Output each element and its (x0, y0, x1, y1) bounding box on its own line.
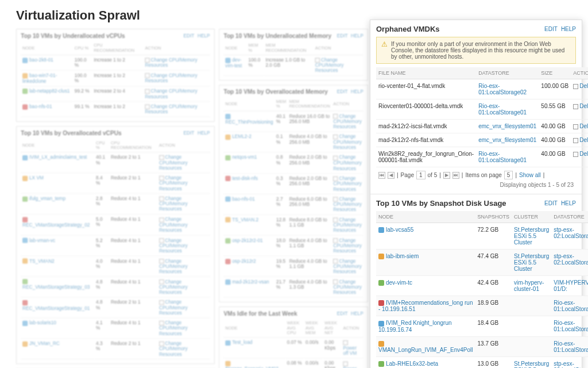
cluster-link[interactable]: St.Petersburg ESXi 5.5 Cluster (514, 361, 549, 368)
datastore-link[interactable]: emc_vnx_filesystem01 (478, 137, 536, 143)
action-icon (333, 176, 338, 181)
node-link[interactable]: dev-vim-tc (386, 279, 412, 286)
vm-icon (22, 104, 28, 109)
help-link[interactable]: HELP (198, 131, 210, 136)
panel-title: Top 10 VMs by Overallocated Memory (223, 89, 327, 95)
node-link[interactable]: lab-ibm-siem (386, 253, 419, 259)
node-link[interactable]: REC_VManStorageStrategy_03 (22, 285, 90, 290)
action-icon (159, 238, 164, 243)
node-link[interactable]: bao-2k8-01 (29, 57, 53, 63)
delete-datastore-file-link[interactable]: Delete datastore file (579, 103, 588, 109)
action-link[interactable]: Change CPU/Memory Resources (145, 72, 197, 83)
cell: 4.8 % (94, 297, 109, 318)
action-link[interactable]: Power off VM (343, 366, 357, 369)
node-link[interactable]: TS_VMAN.2 (232, 217, 258, 222)
edit-link[interactable]: EDIT (337, 311, 348, 316)
delete-datastore-file-link[interactable]: Delete datastore file (579, 151, 588, 157)
col-snapshots: SNAPSHOTS (475, 211, 512, 223)
cell: Reduce 2 to 1 (109, 297, 157, 318)
node-link[interactable]: osp-2k12r2-01 (232, 237, 262, 243)
cluster-link[interactable]: vim-hyperv-cluster-01 (514, 279, 544, 292)
node-link[interactable]: lab-vman-vc (29, 237, 55, 243)
action-link[interactable]: Change CPU/Memory Resources (145, 57, 197, 68)
help-link[interactable]: HELP (561, 200, 576, 206)
node-link[interactable]: REC_VManStorageStrategy_02 (22, 223, 90, 228)
node-link[interactable]: LX VM (29, 175, 44, 181)
datastore-link[interactable]: Rio-esx-01:LocalStorage02 (478, 83, 527, 95)
node-link[interactable]: test-disk-nfs (232, 175, 258, 181)
help-link[interactable]: HELP (561, 26, 576, 32)
node-link[interactable]: VMAN_LongRun_IVIM_AF_Env4Poll (378, 347, 473, 353)
cluster-link[interactable]: St.Petersburg ESXi 5.5 Cluster (514, 253, 549, 272)
node-link[interactable]: lab-vcsa55 (386, 227, 413, 233)
delete-datastore-file-link[interactable]: Delete datastore file (579, 83, 588, 89)
node-link[interactable]: REC_ThinProvisioning (225, 119, 273, 124)
vm-icon (22, 341, 28, 346)
next-page-button[interactable]: ▶ (443, 172, 450, 179)
vm-icon (22, 279, 28, 285)
cell: 21.7 % (274, 277, 288, 297)
edit-link[interactable]: EDIT (544, 26, 558, 32)
action-link[interactable]: Change CPU/Memory Resources (145, 104, 197, 115)
node-link[interactable]: IVIM_Red Knight_longrun 10.199.16.74 (378, 320, 452, 332)
table-row: osp-2k12r219.5 %Reduce 4.0 GB to 1.1 GBC… (223, 256, 363, 277)
datastore-link[interactable]: Rio-esx-01:LocalStorage02 (554, 340, 588, 353)
cell: 0.00 Kbps (323, 338, 342, 358)
help-link[interactable]: HELP (198, 33, 210, 38)
node-link[interactable]: Test_load (232, 340, 252, 345)
datastore-link[interactable]: Rio-esx-01:LocalStorage01 (478, 151, 527, 163)
cell: 0.08 % (285, 358, 304, 368)
node-link[interactable]: JN_VMan_RC (29, 341, 60, 346)
node-link[interactable]: LEML2-2 (232, 134, 252, 139)
node-link[interactable]: TS_VMAN2 (29, 258, 55, 263)
node-link[interactable]: lab-netapp82-clus1 (29, 89, 69, 94)
node-link[interactable]: bao-nfs-01 (232, 196, 255, 201)
datastore-link[interactable]: VIM-HYPERV-01/D: (554, 279, 588, 292)
delete-datastore-file-link[interactable]: Delete datastore file (579, 137, 588, 143)
table-row: bao-nfs-012.7 %Reduce 6.0 GB to 256.0 MB… (223, 194, 363, 214)
datastore-link[interactable]: Rio-esx-01:LocalStorage02 (554, 300, 588, 312)
vm-icon (225, 361, 230, 366)
node-link[interactable]: ifulg_vman_temp (29, 196, 65, 201)
prev-page-button[interactable]: ◀ (388, 172, 394, 179)
show-all-link[interactable]: Show all (519, 172, 541, 178)
node-link[interactable]: netqos-vm1 (232, 155, 257, 160)
node-link[interactable]: IVIM_LX_adminclaims_test (29, 155, 87, 160)
help-link[interactable]: HELP (351, 89, 363, 94)
action-link[interactable]: Power off VM (343, 346, 357, 356)
cluster-link[interactable]: St.Petersburg ESXi 5.5 Cluster (514, 227, 549, 246)
node-link[interactable]: REC_VManStorageStrategy_01 (22, 305, 90, 310)
snapshots-cell: 42.4 GB (475, 276, 512, 296)
datastore-link[interactable]: Rio-esx-01:LocalStorage01 (478, 103, 527, 116)
node-link[interactable]: lab-solaris10 (29, 320, 56, 325)
edit-link[interactable]: EDIT (337, 89, 348, 94)
last-page-button[interactable]: ⏭ (452, 172, 459, 179)
node-link[interactable]: Lab-RHEL6x32-beta (386, 361, 438, 367)
edit-link[interactable]: EDIT (337, 33, 348, 38)
help-link[interactable]: HELP (351, 311, 363, 316)
first-page-button[interactable]: ⏮ (378, 172, 385, 179)
action-link[interactable]: Change CPU/Memory Resources (145, 89, 197, 99)
node-link[interactable]: IVIM+Recommendations_long run - 10.199.1… (378, 300, 473, 312)
node-link[interactable]: mad-2k12r2-vsan (232, 279, 269, 284)
datastore-link[interactable]: stp-esx-02:LocalStorage01 (554, 253, 588, 266)
table-row: LEML2-20.1 %Reduce 4.0 GB to 256.0 MBCha… (223, 132, 363, 152)
edit-link[interactable]: EDIT (184, 131, 195, 136)
snapshots-cell: 18.4 GB (475, 316, 512, 336)
page-input[interactable]: 1 (416, 171, 425, 179)
cell: Reduce 6.0 GB to 256.0 MB (288, 194, 332, 214)
delete-datastore-file-link[interactable]: Delete datastore file (579, 123, 588, 129)
datastore-link[interactable]: emc_vnx_filesystem01 (478, 123, 536, 129)
edit-link[interactable]: EDIT (544, 200, 558, 206)
action-icon (145, 89, 149, 94)
datastore-link[interactable]: stp-esx-02:LocalStorage01 (554, 361, 588, 368)
datastore-link[interactable]: Rio-esx-01:LocalStorage02 (554, 320, 588, 332)
action-icon (159, 300, 164, 305)
vm-icon (378, 321, 384, 327)
node-link[interactable]: bao-nfs-01 (29, 104, 52, 109)
node-link[interactable]: osp-2k12r2 (232, 258, 256, 263)
edit-link[interactable]: EDIT (184, 33, 195, 38)
items-input[interactable]: 5 (504, 171, 513, 179)
help-link[interactable]: HELP (351, 33, 363, 38)
datastore-link[interactable]: stp-esx-02:LocalStorage01 (554, 227, 588, 239)
